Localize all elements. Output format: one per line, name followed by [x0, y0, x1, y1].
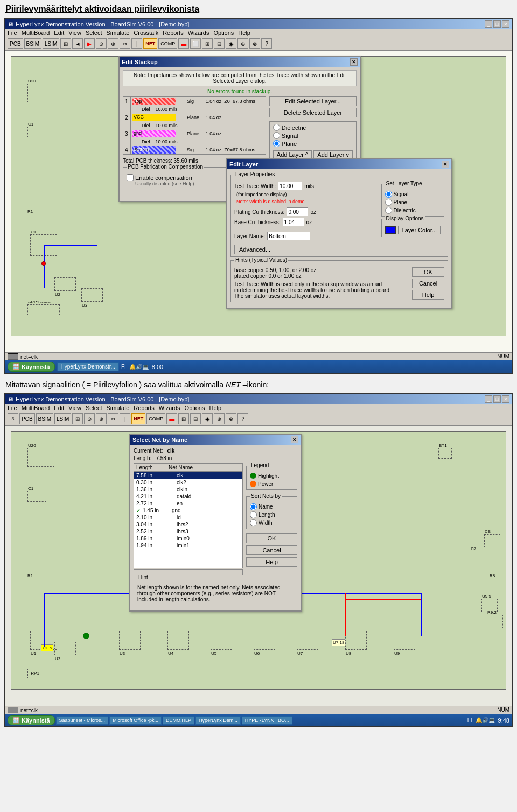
taskbar2-item-3[interactable]: DEMO.HLP: [163, 716, 194, 725]
start-btn-1[interactable]: 🪟 Käynnistä: [8, 362, 55, 372]
tb2-icon1[interactable]: ⊞: [72, 413, 83, 424]
tb2-icon11[interactable]: ⊗: [226, 413, 236, 424]
tb-icon-20[interactable]: ?: [261, 38, 272, 49]
net-item-clkin[interactable]: 1.36 inclkin: [134, 486, 242, 493]
signal-type-radio-input[interactable]: [385, 191, 392, 198]
pcb-btn[interactable]: PCB: [8, 38, 23, 49]
test-trace-width-input[interactable]: [278, 182, 302, 190]
menu-edit-1[interactable]: Edit: [54, 30, 64, 36]
tb2-3[interactable]: 3: [8, 413, 18, 424]
menu-view-1[interactable]: View: [68, 30, 81, 36]
minimize-btn-1[interactable]: _: [485, 20, 492, 28]
net-item-lmin1[interactable]: 1.94 inlmin1: [134, 542, 242, 549]
tb-icon-5[interactable]: ◄: [72, 38, 83, 49]
menu-simulate-1[interactable]: Simulate: [107, 30, 130, 36]
scroll-indicator-2[interactable]: [8, 707, 18, 713]
taskbar2-item-2[interactable]: Microsoft Office -pk...: [109, 716, 162, 725]
add-layer-up-btn[interactable]: Add Layer ^: [273, 150, 312, 159]
menu2-options[interactable]: Options: [185, 405, 205, 411]
comp-btn[interactable]: COMP: [158, 38, 177, 49]
minimize-btn-2[interactable]: _: [485, 395, 492, 403]
taskbar2-item-5[interactable]: HYPERLYNX _BO...: [242, 716, 292, 725]
menu2-edit[interactable]: Edit: [54, 405, 64, 411]
tb2-icon5[interactable]: |: [120, 413, 130, 424]
delete-selected-layer-btn[interactable]: Delete Selected Layer: [269, 108, 357, 117]
tb-icon-7[interactable]: ⊙: [96, 38, 107, 49]
tb2-icon10[interactable]: ⊕: [214, 413, 225, 424]
tb2-bsim[interactable]: BSIM: [36, 413, 53, 424]
sort-name-radio-input[interactable]: [250, 503, 257, 510]
menu2-file[interactable]: File: [8, 405, 17, 411]
edit-layer-close[interactable]: ✕: [442, 161, 449, 168]
tb2-icon2[interactable]: ⊙: [84, 413, 95, 424]
lsim-btn[interactable]: LSIM: [43, 38, 59, 49]
tb-icon-6[interactable]: ▶: [84, 38, 95, 49]
net-item-ld[interactable]: 2.10 inld: [134, 514, 242, 521]
tb-icon-14[interactable]: ⬜: [190, 38, 201, 49]
close-btn-2[interactable]: ✕: [502, 395, 509, 403]
menu-options-1[interactable]: Options: [213, 30, 234, 36]
advanced-btn[interactable]: Advanced...: [234, 245, 275, 254]
tb2-comp[interactable]: COMP: [146, 413, 165, 424]
layer-color-btn[interactable]: Layer Color...: [398, 226, 441, 234]
menu-help-1[interactable]: Help: [238, 30, 250, 36]
tb2-net[interactable]: NET: [131, 413, 145, 424]
tb2-lsim[interactable]: LSIM: [54, 413, 71, 424]
tb2-icon6[interactable]: ▬: [166, 413, 177, 424]
select-net-cancel-btn[interactable]: Cancel: [246, 545, 297, 555]
edit-layer-help-btn[interactable]: Help: [412, 290, 444, 300]
net-item-en[interactable]: 2.72 inen: [134, 500, 242, 507]
sort-length-radio-input[interactable]: [250, 511, 257, 518]
net-btn[interactable]: NET: [143, 38, 157, 49]
tb-icon-18[interactable]: ⊕: [237, 38, 248, 49]
taskbar2-item-1[interactable]: Saapuneet - Micros...: [56, 716, 109, 725]
menu-multiboard-1[interactable]: MultiBoard: [22, 30, 50, 36]
tb2-icon3[interactable]: ⊕: [96, 413, 107, 424]
tb2-icon12[interactable]: ?: [237, 413, 248, 424]
tb2-pcb[interactable]: PCB: [19, 413, 35, 424]
menu-reports-1[interactable]: Reports: [163, 30, 184, 36]
plating-cu-input[interactable]: [287, 207, 308, 216]
menu2-select[interactable]: Select: [86, 405, 102, 411]
net-item-gnd[interactable]: ✔ 1.45 ingnd: [134, 507, 242, 514]
dielectric-radio-input[interactable]: [273, 124, 280, 131]
dielectric-type-radio-input[interactable]: [385, 207, 392, 214]
menu2-multiboard[interactable]: MultiBoard: [22, 405, 50, 411]
net-item-clk2[interactable]: 0.30 inclk2: [134, 479, 242, 486]
select-net-help-btn[interactable]: Help: [246, 557, 297, 567]
menu2-wizards[interactable]: Wizards: [159, 405, 180, 411]
net-list-scrollbar[interactable]: [134, 569, 243, 575]
tb2-icon8[interactable]: ⊟: [190, 413, 201, 424]
menu2-reports[interactable]: Reports: [134, 405, 155, 411]
bsim-btn[interactable]: BSIM: [24, 38, 41, 49]
tb-icon-16[interactable]: ⊟: [214, 38, 225, 49]
edit-layer-cancel-btn[interactable]: Cancel: [412, 279, 444, 288]
signal-radio-input[interactable]: [273, 132, 280, 139]
menu-wizards-1[interactable]: Wizards: [188, 30, 209, 36]
scroll-indicator-1[interactable]: [8, 353, 18, 360]
net-item-lhrs2[interactable]: 3.04 inlhrs2: [134, 521, 242, 528]
tb-icon-8[interactable]: ⊕: [108, 38, 118, 49]
start-btn-2[interactable]: 🪟 Käynnistä: [8, 715, 55, 725]
menu2-help[interactable]: Help: [209, 405, 222, 411]
edit-selected-layer-btn[interactable]: Edit Selected Layer...: [269, 96, 357, 106]
add-layer-down-btn[interactable]: Add Layer v: [313, 150, 353, 159]
menu-crosstalk-1[interactable]: Crosstalk: [134, 30, 158, 36]
sort-width-radio-input[interactable]: [250, 519, 257, 526]
select-net-ok-btn[interactable]: OK: [246, 533, 297, 543]
plane-radio-input[interactable]: [273, 140, 280, 147]
net-listbox[interactable]: 7.58 inclk 0.30 inclk2 1.36 inclkin 4.21…: [134, 471, 243, 568]
select-net-close[interactable]: ✕: [291, 436, 298, 443]
tb-icon-15[interactable]: ⊞: [202, 38, 213, 49]
layer-name-input[interactable]: [267, 232, 310, 240]
tb2-icon4[interactable]: ✂: [108, 413, 118, 424]
net-item-lmin0[interactable]: 1.89 inlmin0: [134, 535, 242, 542]
tb-icon-19[interactable]: ⊗: [249, 38, 260, 49]
base-cu-input[interactable]: [283, 218, 304, 226]
taskbar-item-1[interactable]: HyperLynx Demonstr...: [57, 362, 119, 371]
tb-icon-13[interactable]: ▬: [178, 38, 189, 49]
net-item-clk[interactable]: 7.58 inclk: [134, 472, 242, 479]
tb-icon-4[interactable]: ⊞: [60, 38, 71, 49]
maximize-btn-1[interactable]: □: [493, 20, 501, 28]
menu2-simulate[interactable]: Simulate: [107, 405, 130, 411]
